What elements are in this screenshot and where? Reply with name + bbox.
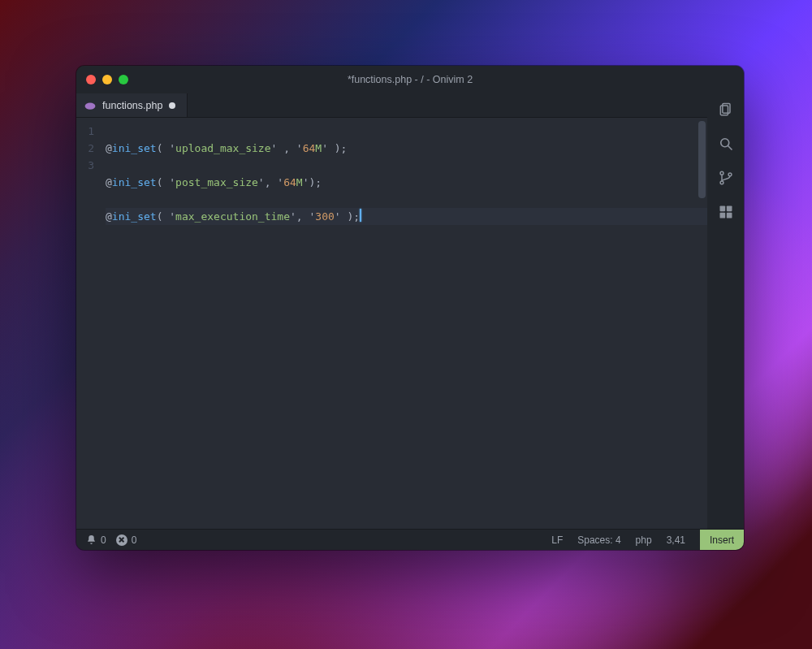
code-area[interactable]: @ini_set( 'upload_max_size' , '64M' ); @… <box>101 118 707 529</box>
svg-point-6 <box>720 181 723 184</box>
code-line[interactable]: @ini_set( 'max_execution_time', '300' ); <box>106 208 707 225</box>
tab-label: functions.php <box>102 100 162 111</box>
line-number-gutter: 1 2 3 <box>76 118 101 529</box>
status-eol[interactable]: LF <box>551 534 563 546</box>
svg-rect-11 <box>726 213 732 218</box>
files-icon[interactable] <box>718 102 734 118</box>
code-line[interactable]: @ini_set( 'post_max_size', '64M'); <box>106 174 707 191</box>
vertical-scroll-thumb[interactable] <box>698 121 706 198</box>
status-problems[interactable]: 0 <box>116 534 137 546</box>
zoom-window-button[interactable] <box>119 75 128 84</box>
error-count: 0 <box>132 534 137 546</box>
svg-point-7 <box>728 173 732 176</box>
status-vim-mode[interactable]: Insert <box>700 530 744 551</box>
titlebar[interactable]: *functions.php - / - Onivim 2 <box>76 66 744 93</box>
search-icon[interactable] <box>718 136 734 152</box>
error-icon <box>116 534 127 546</box>
code-editor[interactable]: 1 2 3 @ini_set( 'upload_max_size' , '64M… <box>76 118 707 529</box>
status-cursor-position[interactable]: 3,41 <box>667 534 685 546</box>
line-number: 1 <box>76 123 101 140</box>
bell-icon <box>86 534 97 545</box>
status-indentation[interactable]: Spaces: 4 <box>577 534 620 546</box>
extensions-icon[interactable] <box>718 204 734 220</box>
git-branch-icon[interactable] <box>718 170 734 186</box>
status-language[interactable]: php <box>636 534 652 546</box>
window-body: functions.php 1 2 3 @ini_set( 'upload_ma… <box>76 93 744 529</box>
editor-column: functions.php 1 2 3 @ini_set( 'upload_ma… <box>76 93 707 529</box>
svg-point-5 <box>720 171 723 175</box>
window-title: *functions.php - / - Onivim 2 <box>76 74 744 85</box>
close-window-button[interactable] <box>86 75 96 84</box>
php-file-icon <box>84 102 96 110</box>
svg-rect-8 <box>719 206 725 212</box>
tab-strip[interactable]: functions.php <box>76 93 707 118</box>
window-controls <box>76 75 128 84</box>
tab-modified-indicator <box>169 102 175 109</box>
line-number: 3 <box>76 157 101 174</box>
svg-rect-9 <box>726 206 732 212</box>
activity-bar <box>707 93 744 529</box>
text-cursor <box>360 209 361 222</box>
notification-count: 0 <box>101 534 106 546</box>
tab-functions-php[interactable]: functions.php <box>76 93 188 117</box>
status-bar: 0 0 LF Spaces: 4 php 3,41 Insert <box>76 529 744 550</box>
svg-point-0 <box>85 103 96 110</box>
minimize-window-button[interactable] <box>102 75 112 84</box>
vertical-scrollbar[interactable] <box>698 121 706 526</box>
code-line[interactable]: @ini_set( 'upload_max_size' , '64M' ); <box>106 140 707 157</box>
status-notifications[interactable]: 0 <box>86 534 106 546</box>
editor-window: *functions.php - / - Onivim 2 functions.… <box>76 66 744 550</box>
svg-point-3 <box>720 139 728 147</box>
svg-rect-10 <box>719 213 725 218</box>
line-number: 2 <box>76 140 101 157</box>
svg-rect-2 <box>720 106 728 115</box>
svg-line-4 <box>728 146 732 150</box>
